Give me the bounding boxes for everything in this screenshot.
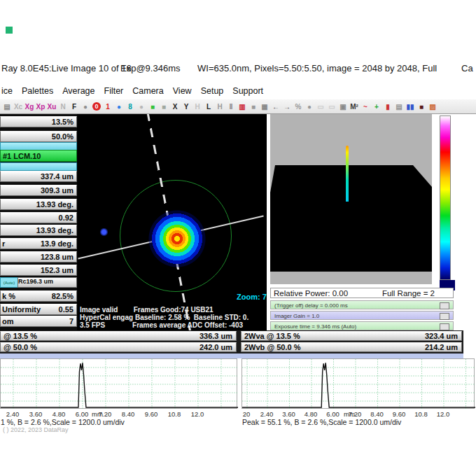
xu-icon[interactable]: Xu (46, 101, 57, 112)
highlight-strip (0, 162, 77, 171)
device-row[interactable]: #1 LCM.10 (0, 150, 77, 162)
menu-average[interactable]: Average (62, 86, 94, 96)
dot-icon[interactable]: ● (304, 101, 315, 112)
slider-exposure[interactable]: Exposure time = 9.346 ms (Auto) (270, 321, 454, 330)
menu-ice[interactable]: ice (1, 86, 13, 96)
width-result-row: 2Wva @ 13.5 %323.4 um (241, 331, 462, 341)
slider-imager[interactable]: Imager Gain = 1.0 (270, 311, 454, 320)
x-tick: 8.40 (119, 410, 137, 418)
copyright-text: ( ) 2022, 2023 DataRay (3, 426, 69, 433)
bars-icon[interactable]: ▮▮ (405, 101, 416, 112)
m2-icon[interactable]: M² (349, 101, 360, 112)
print-icon[interactable]: ▤ (393, 101, 405, 112)
x-tick: 10.8 (165, 410, 183, 418)
menu-palettes[interactable]: Palettes (22, 86, 53, 96)
title-clipped: Ca (461, 63, 473, 74)
one-icon[interactable]: 1 (102, 101, 113, 112)
menu-support[interactable]: Support (232, 86, 263, 96)
result-value: 123.8 um (41, 253, 74, 261)
title-settings: WI=635.0nm, Pixels=5.50:5.50, image = 20… (197, 63, 437, 74)
x-tick: 9.60 (390, 410, 408, 418)
zero-badge-icon[interactable]: 0 (92, 102, 101, 111)
plus-icon[interactable]: + (371, 101, 382, 112)
menu-setup[interactable]: Setup (201, 86, 224, 96)
result-value: 13.9 deg. (41, 239, 74, 248)
percent-icon[interactable]: % (293, 101, 304, 112)
status-line-1: Image valid Frames Good:74 USB21 (80, 306, 214, 314)
grey-circle-icon[interactable]: ● (80, 101, 91, 112)
camera-icon[interactable]: ▣ (337, 101, 349, 112)
arrow-left-icon[interactable]: ← (270, 101, 281, 112)
save-icon[interactable]: ▤ (1, 101, 13, 112)
results-panel: 13.5%50.0%#1 LCM.10337.4 um309.3 um13.93… (0, 114, 77, 331)
result-row: r13.9 deg. (0, 238, 77, 249)
3d-beam-spike (346, 146, 349, 202)
result-value: 337.4 um (41, 172, 74, 181)
chart-icon[interactable]: ▨ (427, 101, 438, 112)
info-circle-icon[interactable]: ● (113, 101, 125, 112)
ghost-b-icon[interactable]: ▭ (326, 101, 337, 112)
beam-image-view[interactable]: Zoom: 7 Image valid Frames Good:74 USB21… (77, 114, 267, 331)
thermo-icon[interactable]: ▮ (382, 101, 393, 112)
result-row: 13.93 deg. (0, 225, 77, 236)
y-profile-icon[interactable]: Y (181, 101, 192, 112)
slider-handle[interactable] (440, 323, 449, 330)
palette-grey-icon[interactable]: ■ (158, 101, 169, 112)
x-tick: 10.8 (412, 410, 430, 418)
x-profile-icon[interactable]: X (169, 101, 181, 112)
beam-profiler-window: Ray 8.0E45:Live Image 10 of 16 Exp@9.346… (0, 0, 476, 476)
result-row: 0.92 (0, 212, 77, 223)
n-mode-icon[interactable]: N (57, 101, 69, 112)
beam-3d-view[interactable] (270, 114, 432, 284)
menu-bar: icePalettesAverageFilterCameraViewSetupS… (1, 84, 476, 98)
result-row: k %82.5% (0, 290, 77, 302)
profile-chart-right (241, 358, 475, 409)
result-row: 152.3 um (0, 265, 77, 276)
l-profile-icon[interactable]: L (203, 101, 214, 112)
block-icon[interactable]: ■ (248, 101, 259, 112)
slider-handle[interactable] (440, 302, 449, 309)
xp-icon[interactable]: Xp (35, 101, 46, 112)
menu-camera[interactable]: Camera (132, 86, 163, 96)
slider-trigger[interactable]: (Trigger off) delay = 0.000 ms (270, 300, 454, 309)
secondary-spot (100, 228, 108, 236)
result-row: Uniformity0.55 (0, 304, 77, 315)
result-row: om7 (0, 316, 77, 327)
x-tick: 4.80 (50, 410, 68, 418)
dark-square-icon[interactable]: ■ (416, 101, 427, 112)
pause-icon[interactable]: ‖ (225, 101, 237, 112)
result-value: 0.55 (59, 305, 74, 314)
x-tick: 6.00 (324, 410, 342, 418)
xc-icon[interactable]: Xc (13, 101, 24, 112)
title-app: Ray 8.0E45:Live Image 10 of 16 (1, 63, 132, 74)
result-value: 82.5% (52, 292, 74, 300)
x-tick: 20 (237, 410, 255, 418)
arrow-right-icon[interactable]: → (281, 101, 293, 112)
result-value: 13.93 deg. (36, 226, 74, 234)
beam-spot (146, 207, 209, 270)
xg-icon[interactable]: Xg (24, 101, 35, 112)
slider-handle[interactable] (440, 313, 449, 320)
x-tick: 3.60 (280, 410, 298, 418)
palette-green-icon[interactable]: ■ (147, 101, 158, 112)
profile-chart-left (0, 358, 237, 409)
menu-view[interactable]: View (173, 86, 192, 96)
user-icon[interactable]: 8 (125, 101, 136, 112)
f-mode-icon[interactable]: F (69, 101, 80, 112)
auto-badge[interactable]: (Auto) (0, 277, 18, 288)
x-tick: 3.60 (27, 410, 45, 418)
wave-icon[interactable]: ~ (360, 101, 371, 112)
menu-filter[interactable]: Filter (104, 86, 124, 96)
relative-power-value: Relative Power: 0.00 (274, 289, 348, 298)
result-value: 13.93 deg. (36, 200, 74, 209)
x-tick: 4.80 (302, 410, 320, 418)
separator-strip (0, 354, 463, 358)
grid-icon[interactable]: ▦ (259, 101, 270, 112)
ghost-a-icon[interactable]: ▭ (315, 101, 326, 112)
h-solid-icon[interactable]: H (214, 101, 225, 112)
h-dim-icon[interactable]: H (192, 101, 203, 112)
width-result-row: @ 13.5 %336.3 um (0, 331, 237, 341)
lock-icon[interactable]: ● (136, 101, 147, 112)
x-tick: 9.60 (142, 410, 160, 418)
histogram-icon[interactable]: ▥ (237, 101, 248, 112)
